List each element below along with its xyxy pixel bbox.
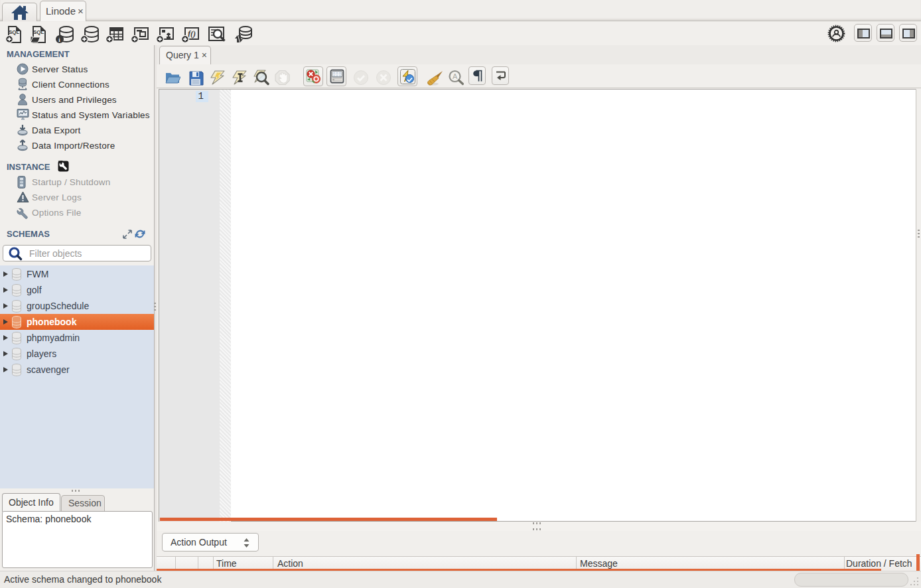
- svg-text:SQL: SQL: [33, 29, 44, 35]
- svg-text:SQL: SQL: [9, 29, 20, 35]
- svg-text:A: A: [453, 72, 458, 80]
- svg-text:f(): f(): [188, 29, 196, 38]
